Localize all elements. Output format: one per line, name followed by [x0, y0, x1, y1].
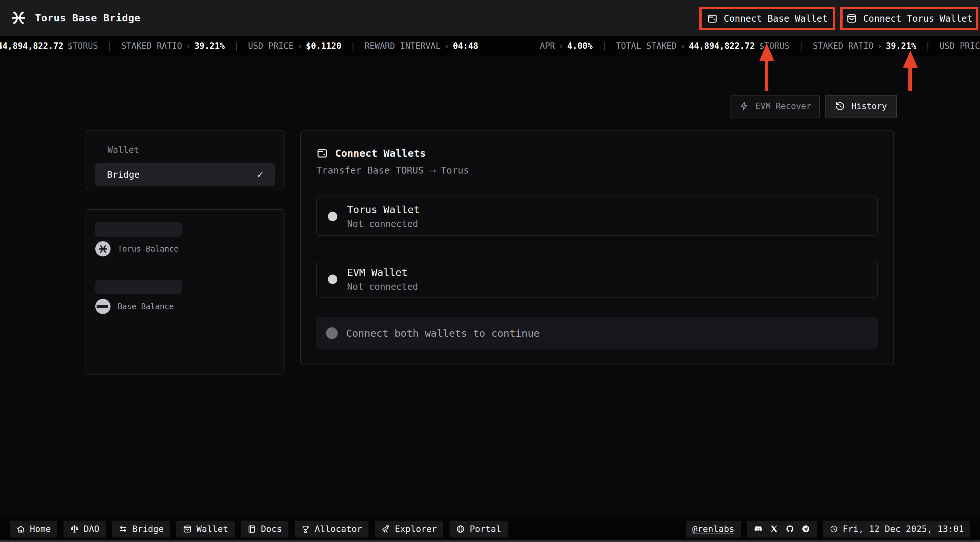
history-clock-icon	[835, 101, 845, 111]
torus-wallet-title: Torus Wallet	[347, 204, 420, 215]
footer-nav-bridge[interactable]: Bridge	[112, 521, 170, 537]
connect-torus-wallet-button[interactable]: Connect Torus Wallet	[843, 9, 976, 28]
home-icon	[16, 525, 25, 534]
ticker-item: TOTAL STAKED›44,894,822.72$TORUS	[0, 41, 98, 51]
base-balance-skeleton	[95, 280, 182, 294]
connect-base-wallet-button[interactable]: Connect Base Wallet	[702, 9, 833, 28]
window-bottom-edge	[0, 540, 980, 542]
footer-nav-allocator-label: Allocator	[315, 524, 362, 534]
footer-nav-allocator[interactable]: Allocator	[294, 521, 369, 537]
footer-nav-wallet-label: Wallet	[196, 524, 228, 534]
connect-wallets-card: Connect Wallets Transfer Base TORUS ⟶ To…	[300, 130, 894, 365]
footer-nav-docs[interactable]: Docs	[241, 521, 288, 537]
ticker-track: APR›4.00%|TOTAL STAKED›44,894,822.72$TOR…	[0, 41, 980, 51]
history-label: History	[851, 101, 887, 111]
torus-wallet-row[interactable]: Torus Wallet Not connected	[316, 197, 878, 236]
ticker-item: APR›4.00%	[540, 41, 593, 51]
wallet-icon	[707, 13, 718, 24]
footer-bar: Home DAO Bridge	[0, 517, 980, 540]
social-links-group	[747, 521, 817, 537]
balances-panel: Torus Balance Base Balance	[86, 209, 285, 375]
footer-nav-dao-label: DAO	[84, 524, 100, 534]
wallet-mode-panel: Wallet Bridge ✓	[86, 130, 285, 190]
footer-nav-home[interactable]: Home	[10, 521, 57, 537]
zap-icon	[739, 101, 749, 111]
status-dot-icon	[328, 212, 337, 221]
highlight-box-base-wallet: Connect Base Wallet	[699, 7, 835, 30]
ticker-separator: |	[234, 41, 239, 51]
torus-balance-skeleton	[95, 222, 182, 237]
swap-arrows-icon	[119, 525, 128, 534]
wallet-icon	[316, 147, 328, 159]
footer-nav-dao[interactable]: DAO	[64, 521, 106, 537]
torus-balance-label: Torus Balance	[118, 244, 178, 254]
torus-token-icon	[95, 241, 110, 257]
wallet-panel-label: Wallet	[108, 145, 275, 155]
base-balance-row: Base Balance	[95, 299, 275, 314]
evm-wallet-title: EVM Wallet	[347, 266, 418, 278]
footer-nav-wallet[interactable]: Wallet	[176, 521, 235, 537]
renlabs-link[interactable]: @renlabs	[686, 521, 741, 537]
ticker-item: REWARD INTERVAL›04:48	[364, 41, 478, 51]
ticker-item: USD PRICE›$0.1120	[248, 41, 341, 51]
torus-wallet-status: Not connected	[347, 219, 420, 229]
history-button[interactable]: History	[826, 95, 897, 117]
evm-wallet-status: Not connected	[347, 281, 418, 292]
check-icon: ✓	[257, 168, 263, 181]
renlabs-handle: @renlabs	[692, 524, 734, 534]
notice-dot-icon	[326, 327, 338, 339]
footer-nav-home-label: Home	[30, 524, 51, 534]
torus-logo-icon	[10, 10, 27, 26]
footer-nav-portal-label: Portal	[469, 524, 501, 534]
wallet-chevron-icon	[846, 13, 857, 24]
datetime-display: Fri, 12 Dec 2025, 13:01	[823, 521, 970, 537]
connect-notice-row: Connect both wallets to continue	[316, 317, 878, 349]
trophy-icon	[301, 525, 310, 534]
app-window: Torus Base Bridge Connect Base Wallet	[0, 0, 980, 542]
evm-recover-label: EVM Recover	[756, 101, 811, 111]
github-icon[interactable]	[785, 524, 795, 534]
bridge-mode-item[interactable]: Bridge ✓	[95, 163, 275, 186]
highlight-box-torus-wallet: Connect Torus Wallet	[840, 7, 978, 30]
stats-ticker: APR›4.00%|TOTAL STAKED›44,894,822.72$TOR…	[0, 36, 980, 56]
ticker-separator: |	[602, 41, 607, 51]
book-icon	[247, 525, 256, 534]
evm-wallet-row[interactable]: EVM Wallet Not connected	[316, 261, 878, 298]
telegram-icon[interactable]	[801, 524, 810, 534]
telescope-icon	[381, 525, 390, 534]
base-token-icon	[95, 299, 110, 314]
footer-nav-explorer-label: Explorer	[395, 524, 437, 534]
connect-base-wallet-label: Connect Base Wallet	[724, 13, 827, 24]
footer-nav-docs-label: Docs	[261, 524, 282, 534]
evm-recover-button[interactable]: EVM Recover	[730, 95, 820, 117]
ticker-separator: |	[350, 41, 355, 51]
footer-nav-bridge-label: Bridge	[132, 524, 164, 534]
page-title: Torus Base Bridge	[35, 12, 141, 24]
bridge-mode-label: Bridge	[107, 170, 140, 180]
status-dot-icon	[328, 274, 337, 284]
annotation-arrow-left-shaft	[765, 60, 768, 91]
ticker-separator: |	[107, 41, 112, 51]
base-balance-label: Base Balance	[118, 302, 174, 311]
discord-icon[interactable]	[754, 524, 763, 534]
torus-balance-row: Torus Balance	[95, 241, 275, 257]
x-icon[interactable]	[769, 524, 779, 534]
wallet-chevron-icon	[183, 525, 192, 534]
globe-icon	[456, 525, 465, 534]
ticker-separator: |	[925, 41, 931, 51]
datetime-label: Fri, 12 Dec 2025, 13:01	[843, 524, 964, 534]
ticker-separator: |	[799, 41, 804, 51]
footer-nav-portal[interactable]: Portal	[450, 521, 508, 537]
annotation-arrow-left	[759, 43, 774, 61]
annotation-arrow-right-shaft	[908, 67, 912, 91]
ticker-item: STAKED RATIO›39.21%	[121, 41, 224, 51]
clock-icon	[830, 525, 838, 533]
scales-icon	[70, 525, 79, 534]
connect-notice-text: Connect both wallets to continue	[346, 327, 539, 339]
ticker-item: STAKED RATIO›39.21%	[813, 41, 916, 51]
annotation-arrow-right	[903, 51, 918, 68]
ticker-item: USD PRICE›$0.1120	[940, 41, 980, 51]
connect-wallets-header: Connect Wallets	[316, 147, 878, 159]
footer-nav-explorer[interactable]: Explorer	[375, 521, 443, 537]
connect-wallets-title: Connect Wallets	[335, 147, 426, 159]
